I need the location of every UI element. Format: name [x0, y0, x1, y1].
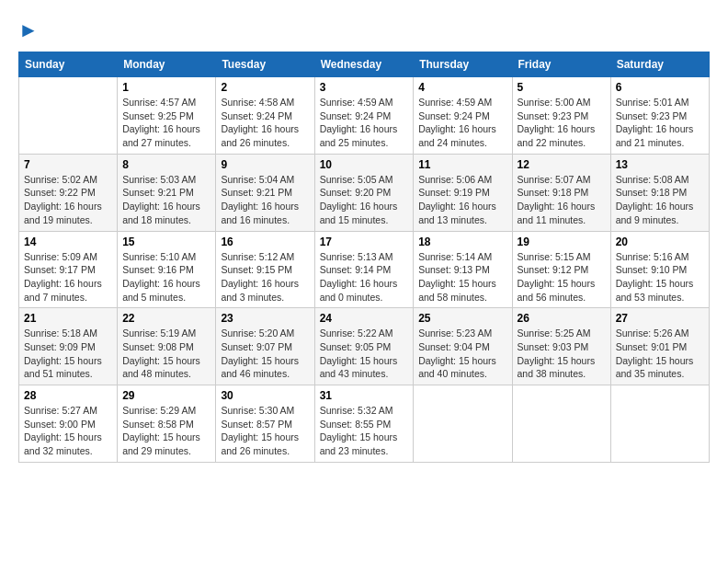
calendar-cell [414, 385, 512, 463]
calendar-cell: 24Sunrise: 5:22 AM Sunset: 9:05 PM Dayli… [314, 308, 414, 385]
day-info: Sunrise: 5:06 AM Sunset: 9:19 PM Dayligh… [418, 173, 506, 227]
calendar-cell: 15Sunrise: 5:10 AM Sunset: 9:16 PM Dayli… [118, 231, 216, 308]
day-info: Sunrise: 5:07 AM Sunset: 9:18 PM Dayligh… [518, 173, 606, 227]
calendar-cell [19, 77, 118, 155]
weekday-header-thursday: Thursday [414, 52, 512, 77]
day-number: 10 [320, 158, 409, 171]
calendar-cell: 9Sunrise: 5:04 AM Sunset: 9:21 PM Daylig… [216, 154, 314, 231]
calendar-cell: 30Sunrise: 5:30 AM Sunset: 8:57 PM Dayli… [216, 385, 314, 463]
day-info: Sunrise: 5:13 AM Sunset: 9:14 PM Dayligh… [320, 250, 409, 304]
day-info: Sunrise: 5:25 AM Sunset: 9:03 PM Dayligh… [518, 327, 606, 381]
calendar-cell: 18Sunrise: 5:14 AM Sunset: 9:13 PM Dayli… [414, 231, 512, 308]
calendar-cell: 7Sunrise: 5:02 AM Sunset: 9:22 PM Daylig… [19, 154, 118, 231]
day-number: 30 [221, 389, 309, 402]
calendar-cell: 23Sunrise: 5:20 AM Sunset: 9:07 PM Dayli… [216, 308, 314, 385]
calendar-cell: 3Sunrise: 4:59 AM Sunset: 9:24 PM Daylig… [314, 77, 414, 155]
calendar-table: SundayMondayTuesdayWednesdayThursdayFrid… [18, 52, 710, 463]
day-number: 6 [616, 81, 704, 94]
day-info: Sunrise: 5:22 AM Sunset: 9:05 PM Dayligh… [320, 327, 409, 381]
day-info: Sunrise: 5:32 AM Sunset: 8:55 PM Dayligh… [320, 404, 409, 458]
calendar-cell: 26Sunrise: 5:25 AM Sunset: 9:03 PM Dayli… [512, 308, 610, 385]
day-number: 13 [616, 158, 704, 171]
day-info: Sunrise: 5:29 AM Sunset: 8:58 PM Dayligh… [122, 404, 210, 458]
day-info: Sunrise: 4:57 AM Sunset: 9:25 PM Dayligh… [122, 96, 210, 150]
calendar-cell: 4Sunrise: 4:59 AM Sunset: 9:24 PM Daylig… [414, 77, 512, 155]
calendar-cell: 16Sunrise: 5:12 AM Sunset: 9:15 PM Dayli… [216, 231, 314, 308]
calendar-cell: 20Sunrise: 5:16 AM Sunset: 9:10 PM Dayli… [610, 231, 709, 308]
day-info: Sunrise: 5:26 AM Sunset: 9:01 PM Dayligh… [616, 327, 704, 381]
day-info: Sunrise: 5:05 AM Sunset: 9:20 PM Dayligh… [320, 173, 409, 227]
day-number: 20 [616, 236, 704, 248]
day-info: Sunrise: 5:20 AM Sunset: 9:07 PM Dayligh… [221, 327, 309, 381]
day-number: 3 [320, 81, 409, 94]
day-number: 16 [221, 236, 309, 248]
day-info: Sunrise: 5:19 AM Sunset: 9:08 PM Dayligh… [122, 327, 210, 381]
calendar-cell: 21Sunrise: 5:18 AM Sunset: 9:09 PM Dayli… [19, 308, 118, 385]
day-number: 11 [418, 158, 506, 171]
day-number: 28 [24, 389, 112, 402]
day-info: Sunrise: 4:59 AM Sunset: 9:24 PM Dayligh… [320, 96, 409, 150]
day-info: Sunrise: 5:30 AM Sunset: 8:57 PM Dayligh… [221, 404, 309, 458]
calendar-cell: 8Sunrise: 5:03 AM Sunset: 9:21 PM Daylig… [118, 154, 216, 231]
weekday-header-sunday: Sunday [19, 52, 118, 77]
calendar-cell: 1Sunrise: 4:57 AM Sunset: 9:25 PM Daylig… [118, 77, 216, 155]
calendar-cell [512, 385, 610, 463]
day-info: Sunrise: 5:08 AM Sunset: 9:18 PM Dayligh… [616, 173, 704, 227]
day-number: 23 [221, 312, 309, 325]
day-info: Sunrise: 5:01 AM Sunset: 9:23 PM Dayligh… [616, 96, 704, 150]
day-number: 2 [221, 81, 309, 94]
day-number: 12 [518, 158, 606, 171]
weekday-header-tuesday: Tuesday [216, 52, 314, 77]
day-number: 24 [320, 312, 409, 325]
day-info: Sunrise: 5:02 AM Sunset: 9:22 PM Dayligh… [24, 173, 112, 227]
day-info: Sunrise: 4:58 AM Sunset: 9:24 PM Dayligh… [221, 96, 309, 150]
day-number: 26 [518, 312, 606, 325]
day-info: Sunrise: 5:18 AM Sunset: 9:09 PM Dayligh… [24, 327, 112, 381]
calendar-cell: 11Sunrise: 5:06 AM Sunset: 9:19 PM Dayli… [414, 154, 512, 231]
weekday-header-saturday: Saturday [610, 52, 709, 77]
calendar-cell: 12Sunrise: 5:07 AM Sunset: 9:18 PM Dayli… [512, 154, 610, 231]
day-number: 14 [24, 236, 112, 248]
day-number: 29 [122, 389, 210, 402]
calendar-cell: 5Sunrise: 5:00 AM Sunset: 9:23 PM Daylig… [512, 77, 610, 155]
day-info: Sunrise: 5:10 AM Sunset: 9:16 PM Dayligh… [122, 250, 210, 304]
calendar-cell: 31Sunrise: 5:32 AM Sunset: 8:55 PM Dayli… [314, 385, 414, 463]
day-number: 25 [418, 312, 506, 325]
day-info: Sunrise: 5:04 AM Sunset: 9:21 PM Dayligh… [221, 173, 309, 227]
logo: ► [18, 18, 39, 42]
calendar-cell: 28Sunrise: 5:27 AM Sunset: 9:00 PM Dayli… [19, 385, 118, 463]
calendar-cell: 2Sunrise: 4:58 AM Sunset: 9:24 PM Daylig… [216, 77, 314, 155]
day-number: 19 [518, 236, 606, 248]
logo-bird-icon: ► [18, 18, 39, 42]
day-number: 9 [221, 158, 309, 171]
page-header: ► [18, 18, 710, 42]
day-info: Sunrise: 4:59 AM Sunset: 9:24 PM Dayligh… [418, 96, 506, 150]
day-number: 22 [122, 312, 210, 325]
day-number: 18 [418, 236, 506, 248]
day-info: Sunrise: 5:15 AM Sunset: 9:12 PM Dayligh… [518, 250, 606, 304]
day-info: Sunrise: 5:12 AM Sunset: 9:15 PM Dayligh… [221, 250, 309, 304]
day-info: Sunrise: 5:14 AM Sunset: 9:13 PM Dayligh… [418, 250, 506, 304]
weekday-header-monday: Monday [118, 52, 216, 77]
day-number: 8 [122, 158, 210, 171]
day-number: 17 [320, 236, 409, 248]
calendar-cell: 6Sunrise: 5:01 AM Sunset: 9:23 PM Daylig… [610, 77, 709, 155]
calendar-cell [610, 385, 709, 463]
calendar-cell: 10Sunrise: 5:05 AM Sunset: 9:20 PM Dayli… [314, 154, 414, 231]
calendar-cell: 22Sunrise: 5:19 AM Sunset: 9:08 PM Dayli… [118, 308, 216, 385]
weekday-header-friday: Friday [512, 52, 610, 77]
day-info: Sunrise: 5:27 AM Sunset: 9:00 PM Dayligh… [24, 404, 112, 458]
calendar-cell: 17Sunrise: 5:13 AM Sunset: 9:14 PM Dayli… [314, 231, 414, 308]
day-info: Sunrise: 5:03 AM Sunset: 9:21 PM Dayligh… [122, 173, 210, 227]
day-number: 15 [122, 236, 210, 248]
day-number: 27 [616, 312, 704, 325]
day-info: Sunrise: 5:23 AM Sunset: 9:04 PM Dayligh… [418, 327, 506, 381]
day-number: 5 [518, 81, 606, 94]
day-number: 4 [418, 81, 506, 94]
day-info: Sunrise: 5:16 AM Sunset: 9:10 PM Dayligh… [616, 250, 704, 304]
day-number: 31 [320, 389, 409, 402]
day-number: 1 [122, 81, 210, 94]
calendar-cell: 19Sunrise: 5:15 AM Sunset: 9:12 PM Dayli… [512, 231, 610, 308]
calendar-cell: 13Sunrise: 5:08 AM Sunset: 9:18 PM Dayli… [610, 154, 709, 231]
day-number: 7 [24, 158, 112, 171]
